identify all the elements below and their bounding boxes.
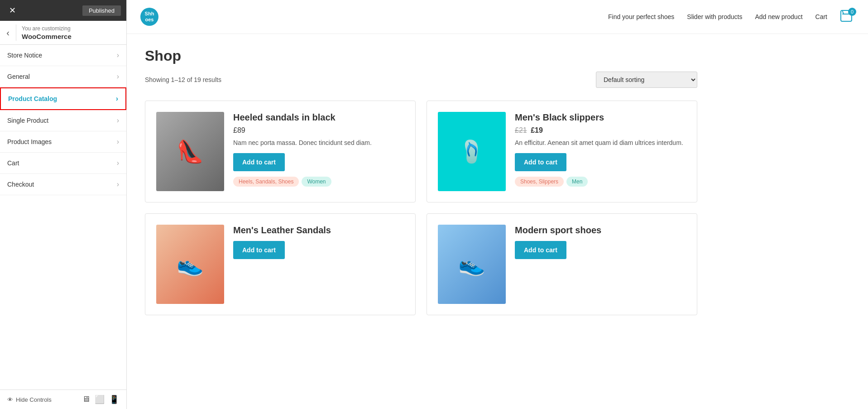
sidebar-item-label: Single Product <box>7 117 48 124</box>
sidebar-item-label: Store Notice <box>7 52 42 59</box>
product-card-sport-shoes: 👟 Modern sport shoes Add to cart <box>427 213 697 315</box>
cart-button[interactable]: 0 <box>840 10 854 24</box>
nav-add-product[interactable]: Add new product <box>755 13 802 20</box>
shop-title: Shop <box>145 48 697 64</box>
nav-cart-link[interactable]: Cart <box>815 13 827 20</box>
sidebar-item-checkout[interactable]: Checkout› <box>0 174 126 195</box>
chevron-right-icon: › <box>117 116 119 125</box>
sidebar-item-product-images[interactable]: Product Images› <box>0 131 126 153</box>
nav-links: Find your perfect shoes Slider with prod… <box>608 10 854 24</box>
sidebar-item-label: Product Catalog <box>8 95 57 102</box>
sidebar: ✕ Published ‹ You are customizing WooCom… <box>0 0 127 409</box>
published-badge: Published <box>82 5 121 16</box>
sidebar-back-button[interactable]: ‹ <box>0 24 16 41</box>
chevron-right-icon: › <box>117 159 119 167</box>
sidebar-item-label: Checkout <box>7 181 34 188</box>
product-image: 🩴 <box>438 112 506 191</box>
customizing-label: You are customizing <box>22 25 72 32</box>
hide-controls-button[interactable]: 👁 Hide Controls <box>7 396 52 403</box>
chevron-right-icon: › <box>117 180 119 188</box>
shop-count: Showing 1–12 of 19 results <box>145 76 221 83</box>
product-tag[interactable]: Men <box>566 177 588 187</box>
sort-select[interactable]: Default sortingSort by popularitySort by… <box>596 72 697 88</box>
cart-count-badge: 0 <box>848 8 856 16</box>
sale-price: £19 <box>531 126 543 134</box>
add-to-cart-button[interactable]: Add to cart <box>515 153 566 171</box>
product-info: Men's Black slippers £21 £19 An efficitu… <box>515 112 686 191</box>
sidebar-item-general[interactable]: General› <box>0 66 126 87</box>
product-price: £21 £19 <box>515 126 686 135</box>
mobile-icon[interactable]: 📱 <box>109 395 119 404</box>
product-tag[interactable]: Heels, Sandals, Shoes <box>233 177 299 187</box>
product-name: Men's Leather Sandals <box>233 225 404 236</box>
nav-find-shoes[interactable]: Find your perfect shoes <box>608 13 674 20</box>
top-navigation: Shhoes Find your perfect shoes Slider wi… <box>127 0 868 34</box>
product-card-black-slippers: 🩴 Men's Black slippers £21 £19 An effici… <box>427 101 697 202</box>
shop-content: Shop Showing 1–12 of 19 results Default … <box>127 34 715 329</box>
chevron-right-icon: › <box>117 51 119 59</box>
desktop-icon[interactable]: 🖥 <box>82 395 90 404</box>
product-description: An efficitur. Aenean sit amet quam id di… <box>515 138 686 148</box>
product-info: Heeled sandals in black £89 Nam nec port… <box>233 112 404 191</box>
product-image: 👟 <box>438 225 506 304</box>
sidebar-item-label: Cart <box>7 159 19 167</box>
add-to-cart-button[interactable]: Add to cart <box>233 153 285 171</box>
product-card-heeled-sandals: 👠 Heeled sandals in black £89 Nam nec po… <box>145 101 416 202</box>
chevron-right-icon: › <box>117 72 119 81</box>
product-tags: Heels, Sandals, ShoesWomen <box>233 177 404 187</box>
product-name: Modern sport shoes <box>515 225 686 236</box>
product-price: £89 <box>233 126 404 135</box>
sidebar-item-single-product[interactable]: Single Product› <box>0 110 126 131</box>
product-name: Men's Black slippers <box>515 112 686 123</box>
product-info: Men's Leather Sandals Add to cart <box>233 225 404 304</box>
add-to-cart-button[interactable]: Add to cart <box>233 241 285 259</box>
sidebar-menu: Store Notice›General›Product Catalog›Sin… <box>0 45 126 390</box>
site-logo[interactable]: Shhoes <box>140 8 158 26</box>
products-grid: 👠 Heeled sandals in black £89 Nam nec po… <box>145 101 697 315</box>
product-tag[interactable]: Shoes, Slippers <box>515 177 564 187</box>
close-button[interactable]: ✕ <box>5 4 19 17</box>
chevron-right-icon: › <box>117 138 119 146</box>
product-info: Modern sport shoes Add to cart <box>515 225 686 304</box>
product-tag[interactable]: Women <box>302 177 331 187</box>
product-description: Nam nec porta massa. Donec tincidunt sed… <box>233 138 404 148</box>
sidebar-item-store-notice[interactable]: Store Notice› <box>0 45 126 66</box>
sidebar-item-label: General <box>7 73 30 80</box>
eye-icon: 👁 <box>7 396 13 403</box>
sidebar-item-product-catalog[interactable]: Product Catalog› <box>0 87 126 110</box>
add-to-cart-button[interactable]: Add to cart <box>515 241 566 259</box>
product-card-leather-sandals: 👟 Men's Leather Sandals Add to cart <box>145 213 416 315</box>
chevron-right-icon: › <box>116 95 118 103</box>
device-icons: 🖥 ⬜ 📱 <box>82 395 119 404</box>
sidebar-item-label: Product Images <box>7 138 52 145</box>
hide-controls-label: Hide Controls <box>16 396 52 403</box>
original-price: £21 <box>515 126 527 134</box>
shop-meta-row: Showing 1–12 of 19 results Default sorti… <box>145 72 697 88</box>
main-content: Shhoes Find your perfect shoes Slider wi… <box>127 0 868 409</box>
cart-icon: 0 <box>840 10 854 24</box>
logo-icon: Shhoes <box>140 8 158 26</box>
tablet-icon[interactable]: ⬜ <box>95 395 105 404</box>
product-image: 👟 <box>156 225 224 304</box>
sidebar-footer: 👁 Hide Controls 🖥 ⬜ 📱 <box>0 390 126 409</box>
product-image: 👠 <box>156 112 224 191</box>
sidebar-title-text: You are customizing WooCommerce <box>16 25 72 40</box>
sidebar-item-cart[interactable]: Cart› <box>0 153 126 174</box>
woocommerce-title: WooCommerce <box>22 33 72 40</box>
sidebar-title-row: ‹ You are customizing WooCommerce <box>0 21 126 45</box>
nav-slider[interactable]: Slider with products <box>687 13 742 20</box>
product-name: Heeled sandals in black <box>233 112 404 123</box>
sidebar-header: ✕ Published <box>0 0 126 21</box>
product-tags: Shoes, SlippersMen <box>515 177 686 187</box>
